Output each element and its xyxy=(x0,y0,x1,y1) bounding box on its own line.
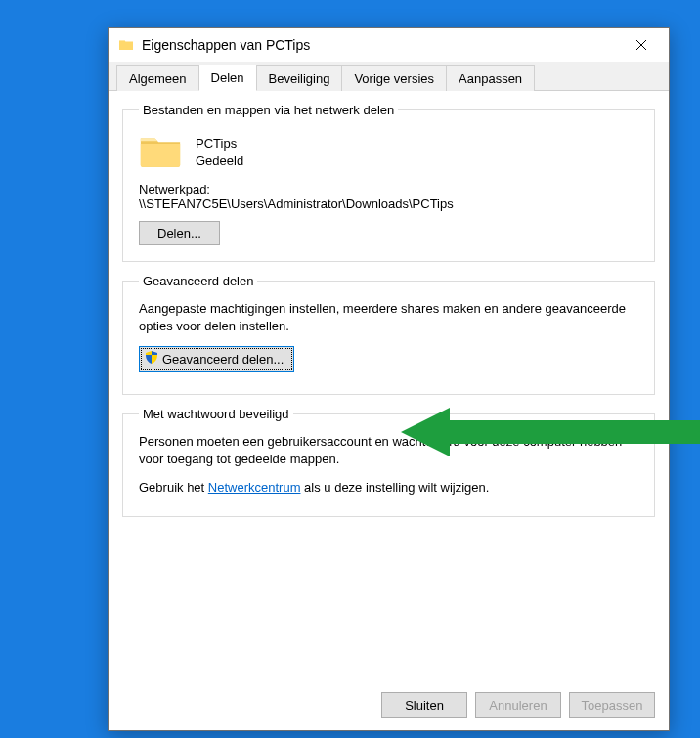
share-button[interactable]: Delen... xyxy=(139,221,220,245)
netpath-label: Netwerkpad: xyxy=(139,182,638,196)
tab-vorige-versies[interactable]: Vorige versies xyxy=(341,65,447,91)
advanced-description: Aangepaste machtigingen instellen, meerd… xyxy=(139,300,638,334)
share-folder-name: PCTips xyxy=(196,135,243,152)
apply-button[interactable]: Toepassen xyxy=(569,692,655,718)
tab-algemeen[interactable]: Algemeen xyxy=(116,65,199,91)
password-line1: Personen moeten een gebruikersaccount en… xyxy=(139,433,638,467)
password-group-legend: Met wachtwoord beveiligd xyxy=(139,407,293,421)
dialog-button-row: Sluiten Annuleren Toepassen xyxy=(381,692,655,718)
properties-window: Eigenschappen van PCTips Algemeen Delen … xyxy=(108,27,670,731)
share-group: Bestanden en mappen via het netwerk dele… xyxy=(122,103,655,262)
netpath-value: \\STEFAN7C5E\Users\Administrator\Downloa… xyxy=(139,196,638,211)
tab-aanpassen[interactable]: Aanpassen xyxy=(446,65,535,91)
advanced-group-legend: Geavanceerd delen xyxy=(139,274,257,288)
tab-content: Bestanden en mappen via het netwerk dele… xyxy=(109,91,669,681)
share-status: Gedeeld xyxy=(196,152,243,170)
folder-icon xyxy=(118,37,134,53)
password-line2-suffix: als u deze instelling wilt wijzigen. xyxy=(300,480,489,495)
netwerkcentrum-link[interactable]: Netwerkcentrum xyxy=(208,480,301,495)
tab-delen[interactable]: Delen xyxy=(198,65,257,91)
advanced-share-label: Geavanceerd delen... xyxy=(162,352,284,367)
window-title: Eigenschappen van PCTips xyxy=(142,37,619,53)
advanced-share-button[interactable]: Geavanceerd delen... xyxy=(139,346,294,372)
password-group: Met wachtwoord beveiligd Personen moeten… xyxy=(122,407,655,517)
close-button[interactable] xyxy=(619,30,663,60)
tabstrip: Algemeen Delen Beveiliging Vorige versie… xyxy=(109,62,669,91)
tab-beveiliging[interactable]: Beveiliging xyxy=(256,65,343,91)
shield-icon xyxy=(144,350,159,369)
cancel-button[interactable]: Annuleren xyxy=(475,692,561,718)
close-dialog-button[interactable]: Sluiten xyxy=(381,692,467,718)
folder-large-icon xyxy=(139,133,182,172)
share-group-legend: Bestanden en mappen via het netwerk dele… xyxy=(139,103,398,117)
titlebar: Eigenschappen van PCTips xyxy=(109,28,669,62)
advanced-group: Geavanceerd delen Aangepaste machtiginge… xyxy=(122,274,655,395)
password-line2-prefix: Gebruik het xyxy=(139,480,208,495)
